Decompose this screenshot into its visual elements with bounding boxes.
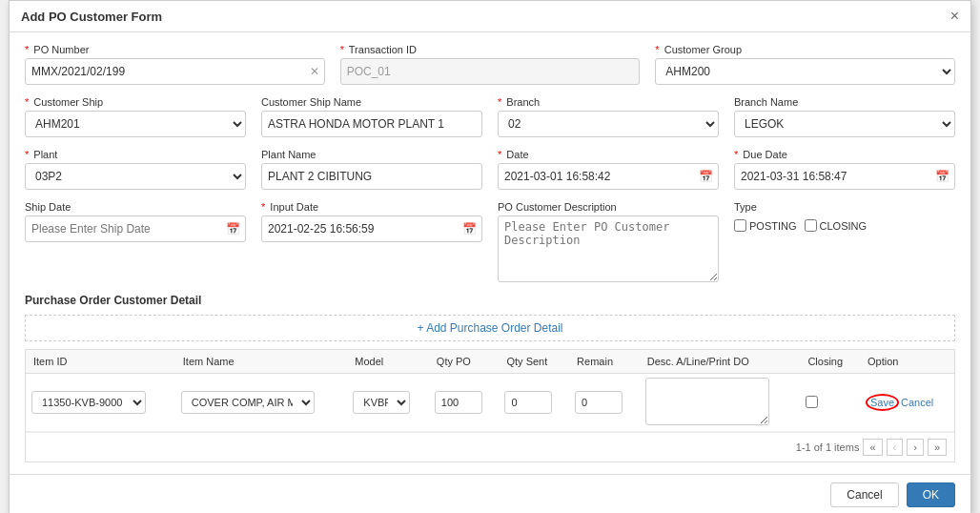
transaction-id-input [340,58,641,85]
cell-qty-po [429,374,500,432]
item-name-select[interactable]: COVER COMP, AIR MANAGE [181,391,315,414]
first-page-button[interactable]: « [863,439,882,456]
closing-checkbox[interactable] [805,219,817,232]
dialog-header: Add PO Customer Form × [10,1,970,32]
type-checkboxes: POSTING CLOSING [734,219,955,235]
detail-section-title: Purchase Order Customer Detail [25,294,955,307]
posting-checkbox[interactable] [734,219,746,232]
ship-date-calendar-icon[interactable]: 📅 [226,222,240,236]
col-closing: Closing [800,350,860,374]
close-button[interactable]: × [950,9,959,24]
branch-select[interactable]: 02 [498,111,719,137]
type-label: Type [734,201,955,213]
cell-qty-sent [499,374,569,432]
customer-ship-name-input[interactable] [261,111,482,137]
plant-name-input[interactable] [261,163,482,190]
col-qty-sent: Qty Sent [499,350,569,374]
prev-page-button[interactable]: ‹ [887,439,904,456]
customer-ship-name-group: Customer Ship Name [261,96,482,137]
branch-name-select[interactable]: LEGOK [734,111,955,137]
add-detail-button[interactable]: + Add Purchase Order Detail [25,315,955,341]
branch-name-group: Branch Name LEGOK [734,96,955,137]
cell-desc [640,374,801,432]
po-number-input-wrapper: ✕ [25,58,325,85]
date-input[interactable] [498,163,719,190]
po-description-label: PO Customer Description [498,201,719,213]
clear-icon[interactable]: ✕ [310,65,319,78]
customer-ship-group: * Customer Ship AHM201 [25,96,246,137]
table-body: 11350-KVB-9000 COVER COMP, AIR MANAGE [26,374,954,432]
last-page-button[interactable]: » [928,439,947,456]
ship-date-group: Ship Date 📅 [25,201,246,242]
item-id-select[interactable]: 11350-KVB-9000 [31,391,146,414]
branch-name-label: Branch Name [734,96,955,108]
customer-ship-select[interactable]: AHM201 [25,111,246,137]
cell-option: SaveCancel [860,374,954,432]
form-row-2: * Customer Ship AHM201 Customer Ship Nam… [25,96,955,137]
qty-sent-input[interactable] [504,391,552,414]
customer-group-select[interactable]: AHM200 [655,58,955,85]
next-page-button[interactable]: › [907,439,924,456]
qty-po-input[interactable] [435,391,482,414]
required-star-2: * [340,44,344,55]
plant-label: * Plant [25,149,246,160]
date-calendar-icon[interactable]: 📅 [699,170,713,183]
input-date-label: * Input Date [261,201,482,213]
po-description-textarea[interactable] [498,215,719,282]
closing-label: CLOSING [820,220,868,232]
col-qty-po: Qty PO [429,350,500,374]
po-number-group: * PO Number ✕ [25,44,325,85]
input-date-input[interactable] [261,215,482,242]
cell-model: KVBF [347,374,429,432]
due-date-calendar-icon[interactable]: 📅 [935,170,949,183]
branch-group: * Branch 02 [498,96,719,137]
dialog-title: Add PO Customer Form [21,10,162,24]
ship-date-input[interactable] [25,215,246,242]
dialog-body: * PO Number ✕ * Transaction ID * Custo [10,32,970,474]
table-row: 11350-KVB-9000 COVER COMP, AIR MANAGE [26,374,954,432]
add-po-customer-dialog: Add PO Customer Form × * PO Number ✕ * T… [9,0,971,513]
ship-date-input-wrapper: 📅 [25,215,246,242]
due-date-input-wrapper: 📅 [734,163,955,190]
required-star: * [25,44,29,55]
plant-name-group: Plant Name [261,149,482,190]
footer-cancel-button[interactable]: Cancel [830,482,898,507]
model-select[interactable]: KVBF [353,391,410,414]
pagination-info: 1-1 of 1 items [796,441,860,453]
po-number-label: * PO Number [25,44,325,55]
save-cancel-group: SaveCancel [866,394,949,411]
pagination-bar: 1-1 of 1 items « ‹ › » [26,432,954,462]
remain-input[interactable] [575,391,623,414]
due-date-group: * Due Date 📅 [734,149,955,190]
col-item-id: Item ID [26,350,175,374]
plant-name-label: Plant Name [261,149,482,160]
col-remain: Remain [569,350,640,374]
customer-group-label: * Customer Group [655,44,955,55]
footer-ok-button[interactable]: OK [907,482,955,507]
cell-closing [800,374,860,432]
input-date-calendar-icon[interactable]: 📅 [462,222,477,236]
form-row-3: * Plant 03P2 Plant Name * Date 📅 [25,149,955,190]
posting-checkbox-label: POSTING [734,219,797,232]
col-item-name: Item Name [175,350,348,374]
plant-group: * Plant 03P2 [25,149,246,190]
date-label: * Date [498,149,719,160]
desc-textarea[interactable] [645,378,769,425]
customer-ship-label: * Customer Ship [25,96,246,108]
branch-label: * Branch [498,96,719,108]
due-date-input[interactable] [734,163,955,190]
type-group: Type POSTING CLOSING [734,201,955,235]
table-header-row: Item ID Item Name Model Qty PO Qty Sent … [26,350,954,374]
save-link[interactable]: Save [866,394,899,411]
cell-remain [569,374,640,432]
row-closing-checkbox[interactable] [806,396,818,408]
cancel-link[interactable]: Cancel [901,397,933,408]
po-number-input[interactable] [25,58,325,85]
transaction-id-label: * Transaction ID [340,44,641,55]
table-scroll[interactable]: Item ID Item Name Model Qty PO Qty Sent … [26,350,954,432]
date-input-wrapper: 📅 [498,163,719,190]
due-date-label: * Due Date [734,149,955,160]
date-group: * Date 📅 [498,149,719,190]
plant-select[interactable]: 03P2 [25,163,246,190]
dialog-footer: Cancel OK [10,474,970,513]
